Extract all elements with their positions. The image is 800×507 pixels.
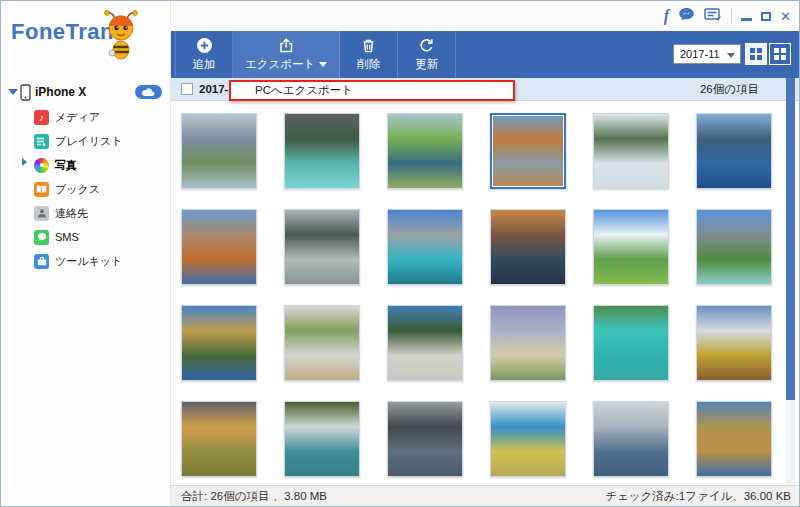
facebook-icon[interactable]: f bbox=[664, 7, 669, 25]
maximize-button[interactable] bbox=[761, 12, 771, 21]
playlist-icon bbox=[34, 134, 49, 149]
photo-thumbnail[interactable] bbox=[593, 305, 669, 381]
add-button[interactable]: 追加 bbox=[175, 31, 233, 78]
contacts-icon bbox=[34, 206, 49, 221]
sidebar-item-device[interactable]: iPhone X bbox=[1, 81, 170, 103]
messenger-icon[interactable] bbox=[678, 7, 695, 26]
photo-thumbnail[interactable] bbox=[490, 209, 566, 285]
minimize-button[interactable] bbox=[741, 18, 752, 21]
sidebar: FoneTrans bbox=[1, 1, 171, 506]
mascot-bee-icon bbox=[99, 9, 143, 67]
grid-icon bbox=[774, 48, 786, 60]
iphone-icon bbox=[20, 84, 31, 105]
export-button[interactable]: エクスポート bbox=[233, 31, 340, 78]
sidebar-item-playlist[interactable]: プレイリスト bbox=[1, 129, 170, 153]
status-total: 合計: 26個の項目 、3.80 MB bbox=[181, 489, 327, 504]
photo-thumbnail[interactable] bbox=[181, 113, 257, 189]
photo-thumbnail[interactable] bbox=[387, 209, 463, 285]
device-name: iPhone X bbox=[35, 85, 86, 99]
media-icon: ♪ bbox=[34, 110, 49, 125]
photo-thumbnail[interactable] bbox=[696, 113, 772, 189]
divider bbox=[731, 9, 732, 23]
photo-thumbnail[interactable] bbox=[387, 113, 463, 189]
photos-icon bbox=[34, 158, 49, 173]
sidebar-item-sms[interactable]: SMS bbox=[1, 225, 170, 249]
photo-thumbnail[interactable] bbox=[593, 113, 669, 189]
cloud-sync-badge[interactable] bbox=[135, 85, 162, 99]
dropdown-caret-icon bbox=[319, 62, 327, 67]
expand-arrow-icon[interactable] bbox=[8, 89, 18, 95]
photo-thumbnail[interactable] bbox=[696, 305, 772, 381]
photo-content-area bbox=[171, 101, 799, 485]
add-icon bbox=[196, 37, 213, 54]
group-select-checkbox[interactable] bbox=[181, 83, 193, 95]
sidebar-item-media[interactable]: ♪ メディア bbox=[1, 105, 170, 129]
sidebar-nav: ♪ メディア プレイリスト 写真 bbox=[1, 105, 170, 273]
photo-thumbnail[interactable] bbox=[387, 401, 463, 477]
photo-thumbnail[interactable] bbox=[696, 209, 772, 285]
photo-thumbnail[interactable] bbox=[284, 113, 360, 189]
toolkit-icon bbox=[34, 254, 49, 269]
photo-thumbnail[interactable] bbox=[284, 305, 360, 381]
photo-thumbnail[interactable] bbox=[284, 209, 360, 285]
scrollbar-thumb[interactable] bbox=[786, 78, 795, 400]
photo-thumbnail[interactable] bbox=[490, 401, 566, 477]
sidebar-item-photos[interactable]: 写真 bbox=[1, 153, 170, 177]
photo-thumbnail[interactable] bbox=[284, 401, 360, 477]
refresh-button[interactable]: 更新 bbox=[398, 31, 456, 78]
large-grid-view-button[interactable] bbox=[745, 43, 767, 65]
group-item-count: 26個の項目 bbox=[700, 82, 759, 97]
export-icon bbox=[278, 37, 295, 54]
refresh-icon bbox=[418, 37, 435, 54]
view-toggle-group bbox=[745, 43, 791, 65]
delete-button[interactable]: 削除 bbox=[340, 31, 398, 78]
vertical-scrollbar[interactable] bbox=[786, 78, 795, 485]
photo-thumbnail[interactable] bbox=[181, 305, 257, 381]
photo-thumbnail[interactable] bbox=[181, 401, 257, 477]
sidebar-item-contacts[interactable]: 連絡先 bbox=[1, 201, 170, 225]
status-checked: チェック済み:1ファイル、36.00 KB bbox=[605, 489, 791, 504]
export-to-pc-menu-item[interactable]: PCへエクスポート bbox=[231, 83, 513, 98]
photo-thumbnail[interactable] bbox=[593, 209, 669, 285]
photo-grid bbox=[171, 101, 799, 477]
export-dropdown-menu: PCへエクスポート bbox=[229, 80, 515, 101]
photo-thumbnail[interactable] bbox=[696, 401, 772, 477]
photo-thumbnail[interactable] bbox=[490, 305, 566, 381]
photo-thumbnail[interactable] bbox=[593, 401, 669, 477]
date-filter-select[interactable]: 2017-11 bbox=[673, 44, 741, 64]
toolbar: 追加 エクスポート 削除 更新 bbox=[171, 31, 799, 78]
dropdown-caret-icon bbox=[727, 53, 735, 58]
small-grid-view-button[interactable] bbox=[769, 43, 791, 65]
titlebar: f ✕ bbox=[171, 1, 799, 31]
photo-thumbnail[interactable] bbox=[490, 113, 566, 189]
close-button[interactable]: ✕ bbox=[780, 10, 791, 23]
sidebar-item-books[interactable]: ブックス bbox=[1, 177, 170, 201]
photo-thumbnail[interactable] bbox=[181, 209, 257, 285]
feedback-icon[interactable] bbox=[704, 7, 722, 26]
books-icon bbox=[34, 182, 49, 197]
status-bar: 合計: 26個の項目 、3.80 MB チェック済み:1ファイル、36.00 K… bbox=[171, 485, 799, 506]
expand-arrow-icon[interactable] bbox=[22, 158, 27, 166]
sidebar-item-toolkit[interactable]: ツールキット bbox=[1, 249, 170, 273]
delete-icon bbox=[360, 37, 377, 54]
photo-thumbnail[interactable] bbox=[387, 305, 463, 381]
app-window: FoneTrans bbox=[0, 0, 800, 507]
sms-icon bbox=[34, 230, 49, 245]
grid-icon bbox=[750, 48, 762, 60]
